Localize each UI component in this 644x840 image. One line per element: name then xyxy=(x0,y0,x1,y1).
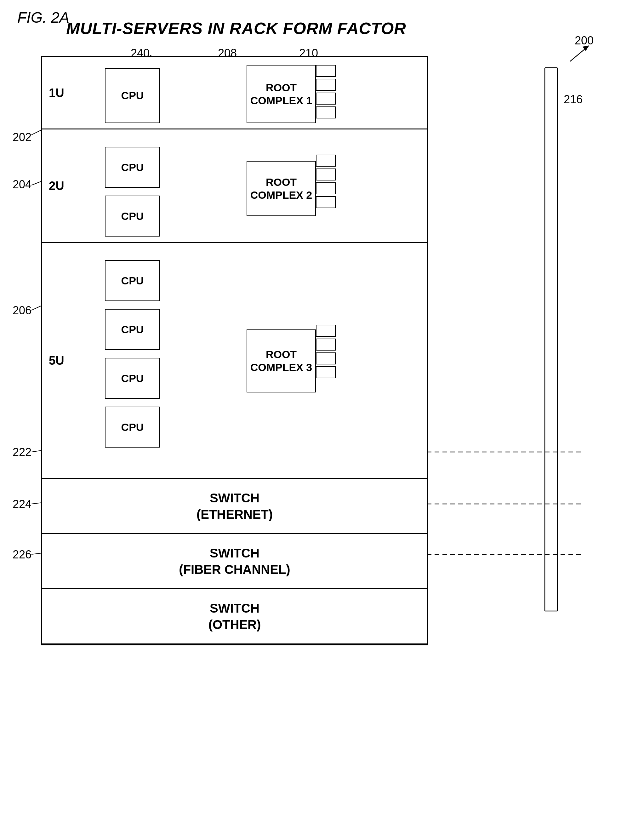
cpu-box-5u-4: CPU xyxy=(105,407,160,447)
switch-label-ethernet: SWITCH (ETHERNET) xyxy=(42,479,427,533)
cpu-box-2u-top: CPU xyxy=(105,147,160,188)
server-row-2u: 2U CPU CPU ROOT COMPLEX 2 xyxy=(42,130,427,243)
rc-box-2u: ROOT COMPLEX 2 xyxy=(246,161,316,216)
rc-box-1u: ROOT COMPLEX 1 xyxy=(246,65,316,123)
port-1u-1 xyxy=(316,65,336,77)
port-2u-2 xyxy=(316,169,336,181)
port-group-2u xyxy=(316,155,336,209)
port-1u-4 xyxy=(316,107,336,118)
svg-line-75 xyxy=(31,306,42,310)
svg-line-74 xyxy=(31,181,42,185)
ref-224: 224 xyxy=(13,498,31,511)
ref-200: 200 xyxy=(575,34,594,47)
ref-222: 222 xyxy=(13,445,31,459)
switch-row-ethernet: SWITCH (ETHERNET) xyxy=(42,479,427,534)
cpu-box-5u-3: CPU xyxy=(105,358,160,399)
ref-202: 202 xyxy=(13,131,31,144)
port-5u-3 xyxy=(316,352,336,365)
ref-204: 204 xyxy=(13,178,31,191)
server-row-5u: 5U CPU CPU CPU CPU ROOT COMPLEX 3 xyxy=(42,243,427,479)
switch-label-other: SWITCH (OTHER) xyxy=(42,589,427,643)
ref-216: 216 xyxy=(564,93,583,106)
rack: 1U CPU ROOT COMPLEX 1 2U CPU xyxy=(41,56,428,645)
cpu-box-2u-bottom: CPU xyxy=(105,196,160,237)
cpu-box-5u-1: CPU xyxy=(105,260,160,301)
switch-row-fiber: SWITCH (FIBER CHANNEL) xyxy=(42,534,427,589)
svg-line-76 xyxy=(31,450,42,452)
svg-line-0 xyxy=(570,46,589,61)
port-2u-4 xyxy=(316,196,336,208)
switch-label-fiber: SWITCH (FIBER CHANNEL) xyxy=(42,534,427,588)
row-label-2u: 2U xyxy=(49,179,64,192)
page: FIG. 2A MULTI-SERVERS IN RACK FORM FACTO… xyxy=(0,0,644,840)
port-2u-3 xyxy=(316,182,336,194)
main-title: MULTI-SERVERS IN RACK FORM FACTOR xyxy=(0,19,472,38)
cpu-box-5u-2: CPU xyxy=(105,309,160,350)
row-label-1u: 1U xyxy=(49,86,64,100)
port-5u-4 xyxy=(316,366,336,378)
rc-box-5u: ROOT COMPLEX 3 xyxy=(246,329,316,393)
port-5u-1 xyxy=(316,325,336,337)
port-1u-2 xyxy=(316,79,336,91)
port-1u-3 xyxy=(316,93,336,105)
port-group-5u xyxy=(316,325,336,380)
cpu-box-1u: CPU xyxy=(105,68,160,123)
svg-line-77 xyxy=(31,503,42,504)
server-row-1u: 1U CPU ROOT COMPLEX 1 xyxy=(42,57,427,130)
svg-line-78 xyxy=(31,553,42,554)
port-2u-1 xyxy=(316,155,336,167)
ref-206: 206 xyxy=(13,304,31,317)
port-group-1u xyxy=(316,65,336,120)
svg-line-73 xyxy=(31,130,42,135)
row-label-5u: 5U xyxy=(49,354,64,367)
port-5u-2 xyxy=(316,339,336,350)
switch-row-other: SWITCH (OTHER) xyxy=(42,589,427,644)
ref-226: 226 xyxy=(13,548,31,561)
